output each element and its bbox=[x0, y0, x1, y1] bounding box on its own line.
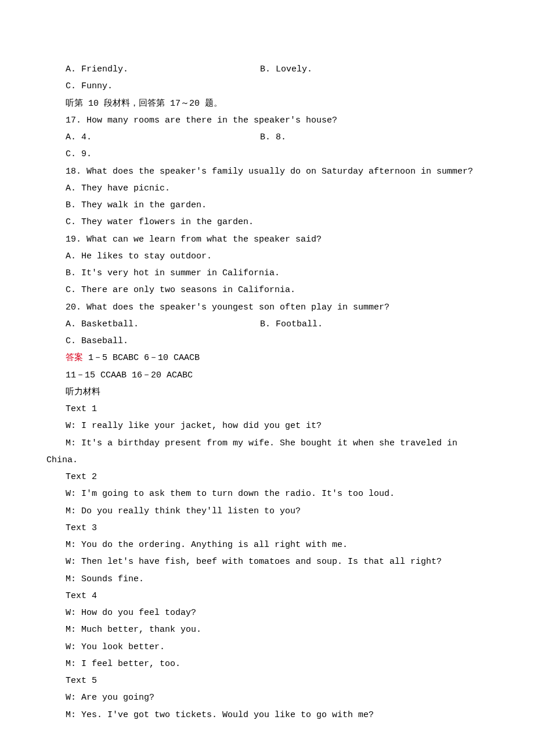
section-10-header: 听第 10 段材料，回答第 17～20 题。 bbox=[46, 95, 488, 112]
q19-option-b: B. It's very hot in summer in California… bbox=[46, 265, 488, 282]
text1-m-a: M: It's a birthday present from my wife.… bbox=[46, 435, 488, 452]
answer-label: 答案 bbox=[66, 353, 83, 363]
text1-m-b: China. bbox=[46, 452, 488, 469]
text4-w2: W: You look better. bbox=[46, 639, 488, 656]
answer-text-1: 1－5 BCABC 6－10 CAACB bbox=[83, 353, 200, 363]
q18-option-a: A. They have picnic. bbox=[46, 180, 488, 197]
q17-stem: 17. How many rooms are there in the spea… bbox=[46, 112, 488, 129]
text1-w: W: I really like your jacket, how did yo… bbox=[46, 417, 488, 434]
text2-w: W: I'm going to ask them to turn down th… bbox=[46, 485, 488, 502]
text2-header: Text 2 bbox=[46, 469, 488, 485]
text4-w1: W: How do you feel today? bbox=[46, 604, 488, 621]
q16-option-c: C. Funny. bbox=[46, 78, 488, 95]
answer-line-1: 答案 1－5 BCABC 6－10 CAACB bbox=[46, 350, 488, 366]
q16-option-a: A. Friendly. bbox=[66, 61, 260, 78]
listening-material-header: 听力材料 bbox=[46, 384, 488, 401]
text5-header: Text 5 bbox=[46, 672, 488, 689]
text1-header: Text 1 bbox=[46, 401, 488, 417]
text2-m: M: Do you really think they'll listen to… bbox=[46, 503, 488, 520]
q16-option-b: B. Lovely. bbox=[260, 61, 488, 78]
q18-option-b: B. They walk in the garden. bbox=[46, 197, 488, 214]
q19-option-a: A. He likes to stay outdoor. bbox=[46, 248, 488, 265]
exam-page: A. Friendly. B. Lovely. C. Funny. 听第 10 … bbox=[0, 0, 534, 756]
q17-options-row1: A. 4. B. 8. bbox=[46, 129, 488, 146]
text3-header: Text 3 bbox=[46, 520, 488, 537]
text3-m2: M: Sounds fine. bbox=[46, 571, 488, 588]
text4-m1: M: Much better, thank you. bbox=[46, 621, 488, 638]
q17-option-c: C. 9. bbox=[46, 146, 488, 163]
text5-m: M: Yes. I've got two tickets. Would you … bbox=[46, 707, 488, 723]
text4-header: Text 4 bbox=[46, 588, 488, 604]
answer-line-2: 11－15 CCAAB 16－20 ACABC bbox=[46, 367, 488, 384]
text3-m1: M: You do the ordering. Anything is all … bbox=[46, 537, 488, 553]
q20-stem: 20. What does the speaker's youngest son… bbox=[46, 299, 488, 316]
q18-option-c: C. They water flowers in the garden. bbox=[46, 214, 488, 231]
q20-option-c: C. Baseball. bbox=[46, 333, 488, 350]
q20-option-a: A. Basketball. bbox=[66, 316, 260, 333]
q16-options-row1: A. Friendly. B. Lovely. bbox=[46, 61, 488, 78]
text5-w: W: Are you going? bbox=[46, 689, 488, 706]
q18-stem: 18. What does the speaker's family usual… bbox=[46, 163, 488, 180]
q20-option-b: B. Football. bbox=[260, 316, 488, 333]
q19-stem: 19. What can we learn from what the spea… bbox=[46, 231, 488, 248]
q17-option-a: A. 4. bbox=[66, 129, 260, 146]
text3-w: W: Then let's have fish, beef with tomat… bbox=[46, 553, 488, 570]
text4-m2: M: I feel better, too. bbox=[46, 656, 488, 672]
q20-options-row1: A. Basketball. B. Football. bbox=[46, 316, 488, 333]
q17-option-b: B. 8. bbox=[260, 129, 488, 146]
q19-option-c: C. There are only two seasons in Califor… bbox=[46, 282, 488, 298]
